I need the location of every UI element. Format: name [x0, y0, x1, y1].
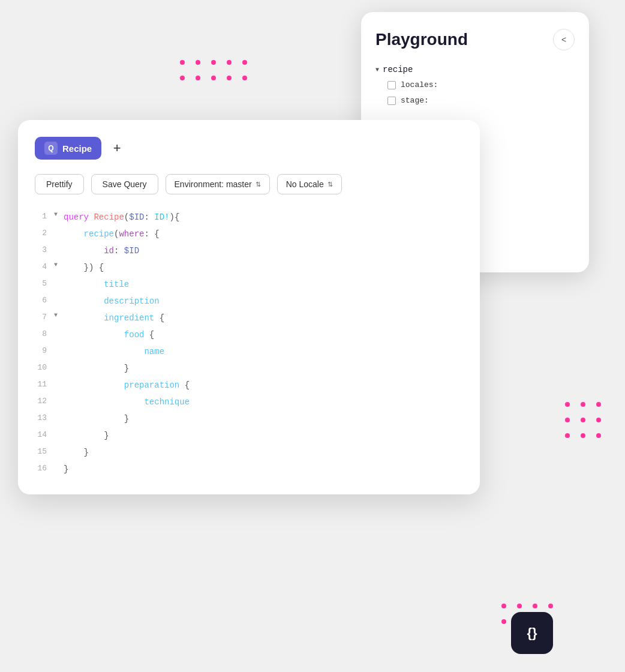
tab-label: Recipe [62, 143, 92, 154]
save-query-button[interactable]: Save Query [91, 174, 158, 194]
dot-decoration-right [565, 402, 601, 438]
environment-label: Environment: master [175, 179, 252, 189]
code-badge-text: {} [527, 625, 537, 641]
code-line-6: 6 description [35, 293, 463, 310]
playground-tree: ▼ recipe locales: stage: [375, 62, 575, 109]
tree-child-locales: locales: [387, 77, 575, 93]
code-line-10: 10 } [35, 360, 463, 377]
stage-label: stage: [401, 93, 429, 109]
environment-arrow-icon: ⇅ [256, 181, 261, 188]
code-line-7: 7 ▼ ingredient { [35, 310, 463, 326]
code-line-13: 13 } [35, 410, 463, 427]
dot-decoration-top [180, 60, 247, 80]
locales-label: locales: [401, 77, 438, 93]
fold-arrow-4[interactable]: ▼ [54, 259, 64, 271]
playground-header: Playground < [375, 29, 575, 50]
locales-checkbox[interactable] [387, 81, 396, 89]
code-line-1: 1 ▼ query Recipe($ID: ID!){ [35, 209, 463, 226]
locale-dropdown[interactable]: No Locale ⇅ [277, 174, 342, 194]
tree-root-item: ▼ recipe [375, 62, 575, 77]
code-line-8: 8 food { [35, 326, 463, 343]
playground-title: Playground [375, 30, 468, 49]
tree-children: locales: stage: [375, 77, 575, 109]
fold-arrow-7[interactable]: ▼ [54, 310, 64, 322]
playground-close-button[interactable]: < [553, 29, 575, 50]
tree-arrow-icon: ▼ [375, 65, 379, 76]
code-line-5: 5 title [35, 276, 463, 293]
tree-child-stage: stage: [387, 93, 575, 109]
tab-recipe[interactable]: Q Recipe [35, 137, 101, 160]
tab-icon: Q [44, 142, 58, 155]
tab-bar: Q Recipe + [35, 137, 463, 160]
prettify-button[interactable]: Prettify [35, 174, 84, 194]
tree-root-label: recipe [383, 62, 413, 77]
code-line-2: 2 recipe(where: { [35, 226, 463, 242]
code-line-16: 16 } [35, 461, 463, 478]
fold-arrow-1[interactable]: ▼ [54, 209, 64, 221]
stage-checkbox[interactable] [387, 97, 396, 105]
code-badge: {} [511, 612, 553, 654]
code-line-15: 15 } [35, 444, 463, 461]
toolbar: Prettify Save Query Environment: master … [35, 174, 463, 194]
code-line-9: 9 name [35, 343, 463, 360]
environment-dropdown[interactable]: Environment: master ⇅ [166, 174, 270, 194]
add-tab-button[interactable]: + [106, 137, 128, 159]
code-line-11: 11 preparation { [35, 377, 463, 394]
code-editor[interactable]: 1 ▼ query Recipe($ID: ID!){ 2 recipe(whe… [35, 209, 463, 478]
locale-arrow-icon: ⇅ [327, 181, 333, 188]
locale-label: No Locale [286, 179, 324, 189]
code-line-12: 12 technique [35, 394, 463, 410]
editor-panel: Q Recipe + Prettify Save Query Environme… [18, 120, 480, 494]
code-line-4: 4 ▼ }) { [35, 259, 463, 276]
code-line-14: 14 } [35, 427, 463, 444]
code-line-3: 3 id: $ID [35, 242, 463, 259]
